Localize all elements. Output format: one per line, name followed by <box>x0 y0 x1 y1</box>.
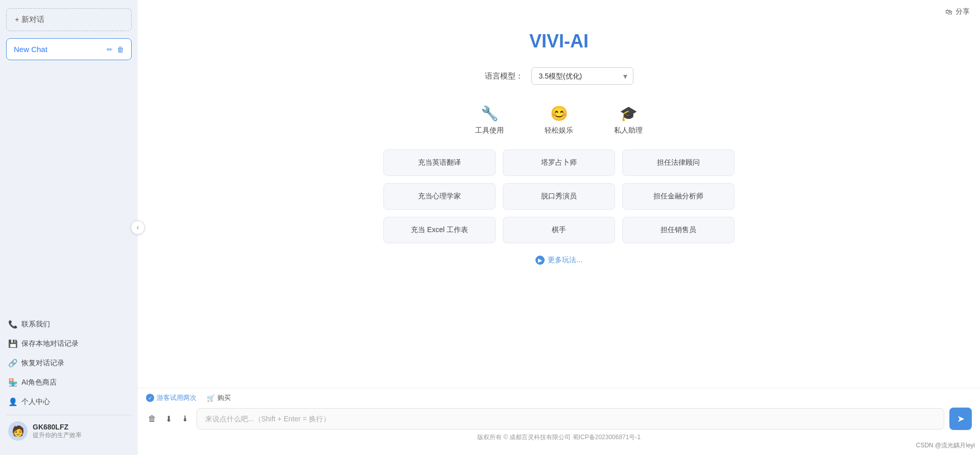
send-button[interactable]: ➤ <box>949 408 972 430</box>
trial-badge: ✓ 游客试用两次 <box>146 393 197 402</box>
buy-button[interactable]: 🛒 购买 <box>207 393 231 402</box>
buy-label: 购买 <box>217 393 231 402</box>
check-icon: ✓ <box>146 394 154 402</box>
send-icon: ➤ <box>957 413 965 424</box>
sidebar-item-contact[interactable]: 📞 联系我们 <box>6 315 132 334</box>
assistant-label: 私人助理 <box>614 126 643 135</box>
more-label: 更多玩法... <box>548 256 582 265</box>
main-content: VIVI-AI 语言模型： 3.5模型(优化) 4.0模型 3.5模型(标准) … <box>138 0 980 388</box>
sidebar-item-restore[interactable]: 🔗 恢复对话记录 <box>6 353 132 373</box>
avatar: 🧑 <box>8 421 28 441</box>
bottom-bar: ✓ 游客试用两次 🛒 购买 🗑 ⬇ 🌡 ➤ 版权所有 © 成都言灵科技有限公司 … <box>138 388 980 455</box>
watermark: CSDN @流光龋月leyi <box>916 441 975 450</box>
username: GK680LFZ <box>33 423 82 431</box>
sidebar-item-save-label: 保存本地对话记录 <box>21 339 79 348</box>
prompt-tarot[interactable]: 塔罗占卜师 <box>503 149 615 176</box>
model-select[interactable]: 3.5模型(优化) 4.0模型 3.5模型(标准) <box>531 67 633 85</box>
input-actions: 🗑 ⬇ 🌡 <box>146 412 191 426</box>
restore-icon: 🔗 <box>8 359 17 368</box>
download-button[interactable]: ⬇ <box>163 412 174 426</box>
share-label: 分享 <box>955 7 970 16</box>
entertainment-label: 轻松娱乐 <box>545 126 573 135</box>
input-row: 🗑 ⬇ 🌡 ➤ <box>146 408 972 430</box>
app-title: VIVI-AI <box>529 31 589 52</box>
buy-icon: 🛒 <box>207 394 215 402</box>
phone-icon: 📞 <box>8 320 17 329</box>
category-entertainment[interactable]: 😊 轻松娱乐 <box>545 105 573 135</box>
model-select-wrapper: 3.5模型(优化) 4.0模型 3.5模型(标准) <box>531 67 633 85</box>
sidebar-item-shop[interactable]: 🏪 AI角色商店 <box>6 373 132 392</box>
bottom-info: ✓ 游客试用两次 🛒 购买 <box>146 393 972 402</box>
prompt-legal-advisor[interactable]: 担任法律顾问 <box>622 149 734 176</box>
delete-icon[interactable]: 🗑 <box>117 45 124 54</box>
chat-item-actions: ✏ 🗑 <box>107 45 124 54</box>
share-icon: 🛍 <box>945 8 952 16</box>
chat-input[interactable] <box>197 408 944 429</box>
sidebar-item-shop-label: AI角色商店 <box>21 378 57 387</box>
prompt-financial-analyst[interactable]: 担任金融分析师 <box>622 183 734 210</box>
prompt-excel[interactable]: 充当 Excel 工作表 <box>383 217 496 243</box>
category-assistant[interactable]: 🎓 私人助理 <box>614 105 643 135</box>
sidebar-item-profile-label: 个人中心 <box>21 397 50 407</box>
sidebar-item-profile[interactable]: 👤 个人中心 <box>6 392 132 412</box>
share-button[interactable]: 🛍 分享 <box>945 7 970 16</box>
prompt-psychologist[interactable]: 充当心理学家 <box>383 183 496 210</box>
sidebar-bottom: 📞 联系我们 💾 保存本地对话记录 🔗 恢复对话记录 🏪 AI角色商店 👤 个人… <box>6 315 132 447</box>
prompt-comedian[interactable]: 脱口秀演员 <box>503 183 615 210</box>
prompt-chess[interactable]: 棋手 <box>503 217 615 243</box>
category-row: 🔧 工具使用 😊 轻松娱乐 🎓 私人助理 <box>475 105 643 135</box>
main-area: 🛍 分享 VIVI-AI 语言模型： 3.5模型(优化) 4.0模型 3.5模型… <box>138 0 980 455</box>
trash-button[interactable]: 🗑 <box>146 412 158 425</box>
edit-icon[interactable]: ✏ <box>107 45 113 54</box>
shop-icon: 🏪 <box>8 378 17 387</box>
tools-label: 工具使用 <box>475 126 504 135</box>
tools-icon: 🔧 <box>481 105 499 122</box>
user-tagline: 提升你的生产效率 <box>33 431 82 440</box>
more-link[interactable]: ▶ 更多玩法... <box>535 256 582 265</box>
assistant-icon: 🎓 <box>620 105 638 122</box>
collapse-button[interactable]: ‹ <box>131 220 145 235</box>
sidebar-item-restore-label: 恢复对话记录 <box>21 359 64 368</box>
more-icon: ▶ <box>535 256 545 265</box>
sidebar: + 新对话 New Chat ✏ 🗑 📞 联系我们 💾 保存本地对话记录 🔗 恢… <box>0 0 138 455</box>
sidebar-item-contact-label: 联系我们 <box>21 320 50 329</box>
prompt-grid: 充当英语翻译 塔罗占卜师 担任法律顾问 充当心理学家 脱口秀演员 担任金融分析师… <box>383 149 734 243</box>
save-icon: 💾 <box>8 339 17 348</box>
prompt-english-translator[interactable]: 充当英语翻译 <box>383 149 496 176</box>
footer-text: 版权所有 © 成都言灵科技有限公司 蜀ICP备2023006871号-1 <box>477 434 641 441</box>
footer: 版权所有 © 成都言灵科技有限公司 蜀ICP备2023006871号-1 <box>146 430 972 447</box>
prompt-salesperson[interactable]: 担任销售员 <box>622 217 734 243</box>
chat-item-label: New Chat <box>14 45 47 54</box>
category-tools[interactable]: 🔧 工具使用 <box>475 105 504 135</box>
sidebar-item-save[interactable]: 💾 保存本地对话记录 <box>6 334 132 353</box>
new-chat-button[interactable]: + 新对话 <box>6 8 132 31</box>
trial-label: 游客试用两次 <box>157 393 197 402</box>
entertainment-icon: 😊 <box>550 105 568 122</box>
user-text: GK680LFZ 提升你的生产效率 <box>33 423 82 440</box>
temperature-button[interactable]: 🌡 <box>179 412 191 425</box>
model-label: 语言模型： <box>485 71 523 81</box>
model-selector-row: 语言模型： 3.5模型(优化) 4.0模型 3.5模型(标准) <box>485 67 633 85</box>
profile-icon: 👤 <box>8 397 17 407</box>
chat-item[interactable]: New Chat ✏ 🗑 <box>6 38 132 60</box>
user-info: 🧑 GK680LFZ 提升你的生产效率 <box>6 415 132 447</box>
